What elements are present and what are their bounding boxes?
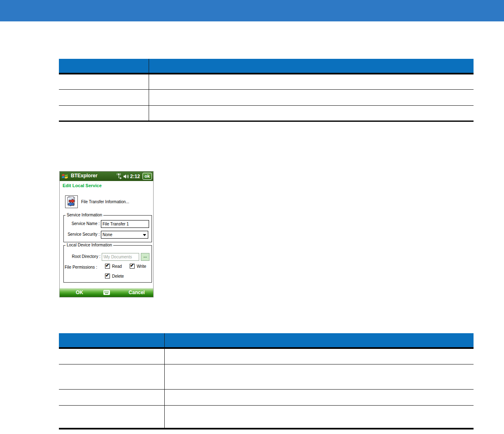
local-device-information-group: Local Device Information Root Directory …: [63, 245, 152, 283]
ok-softkey[interactable]: OK: [71, 290, 88, 295]
reference-table-top: [59, 59, 474, 122]
table-row: [59, 349, 474, 364]
read-checkbox[interactable]: ✔: [105, 264, 110, 269]
table-row: [59, 390, 474, 406]
read-label: Read: [112, 264, 122, 269]
root-directory-label: Root Directory :: [65, 254, 100, 259]
table-cell: [165, 364, 474, 389]
page-header-banner: [0, 0, 504, 21]
device-titlebar: BTExplorer 2:12 ok: [60, 172, 153, 181]
checkmark-icon: ✔: [105, 263, 109, 268]
group-legend: Local Device Information: [65, 243, 113, 247]
table-row: [59, 106, 474, 122]
delete-label: Delete: [112, 274, 124, 279]
table-cell: [165, 349, 474, 364]
service-name-label: Service Name :: [65, 221, 100, 226]
service-security-label: Service Security :: [65, 232, 100, 237]
checkmark-icon: ✔: [130, 263, 134, 268]
table-cell: [59, 364, 165, 389]
table-cell: [165, 406, 474, 428]
permission-write[interactable]: ✔ Write: [130, 264, 146, 269]
table-header-cell: [149, 59, 474, 73]
btexplorer-screenshot: BTExplorer 2:12 ok Edit Local Service: [59, 171, 154, 297]
table-cell: [165, 390, 474, 405]
cancel-softkey[interactable]: Cancel: [127, 290, 147, 295]
table-header-row: [59, 59, 474, 74]
service-security-value: None: [103, 232, 112, 237]
table-cell: [59, 406, 165, 428]
keyboard-icon[interactable]: [103, 290, 110, 295]
radio-status-icon[interactable]: [117, 173, 122, 180]
browse-button[interactable]: ...: [141, 253, 149, 261]
table-header-cell: [165, 333, 474, 347]
delete-checkbox[interactable]: ✔: [105, 274, 110, 279]
app-title: BTExplorer: [71, 173, 98, 179]
table-cell: [149, 74, 474, 89]
chevron-down-icon[interactable]: [143, 234, 146, 236]
group-legend: Service Information: [65, 213, 103, 217]
table-cell: [149, 106, 474, 121]
permission-read[interactable]: ✔ Read: [105, 264, 122, 269]
edit-local-service-dialog: Edit Local Service File Transfer Informa…: [60, 181, 153, 288]
table-header-cell: [59, 333, 165, 347]
table-row: [59, 364, 474, 390]
clock: 2:12: [130, 174, 140, 179]
table-row: [59, 74, 474, 90]
table-cell: [59, 90, 149, 105]
table-cell: [59, 74, 149, 89]
file-permissions-label: File Permissions :: [65, 265, 100, 269]
service-type-label: File Transfer Information...: [81, 200, 129, 204]
volume-icon[interactable]: [123, 174, 129, 179]
dialog-heading: Edit Local Service: [63, 183, 102, 188]
service-name-input[interactable]: File Transfer 1: [101, 220, 149, 228]
table-cell: [59, 390, 165, 405]
table-header-cell: [59, 59, 149, 73]
checkmark-icon: ✔: [105, 273, 109, 278]
file-transfer-icon: [65, 195, 78, 208]
reference-table-bottom: [59, 333, 474, 429]
titlebar-ok-button[interactable]: ok: [142, 173, 152, 180]
service-security-select[interactable]: None: [101, 231, 148, 239]
root-directory-input[interactable]: \My Documents: [102, 253, 139, 261]
table-row: [59, 406, 474, 429]
windows-logo-icon: [61, 172, 69, 180]
table-cell: [149, 90, 474, 105]
table-cell: [59, 106, 149, 121]
device-softkey-bar: OK Cancel: [60, 288, 153, 297]
table-cell: [59, 349, 165, 364]
permission-delete[interactable]: ✔ Delete: [105, 274, 124, 279]
service-information-group: Service Information Service Name : File …: [63, 215, 152, 242]
write-label: Write: [137, 264, 146, 269]
write-checkbox[interactable]: ✔: [130, 264, 135, 269]
table-row: [59, 90, 474, 106]
table-header-row: [59, 333, 474, 349]
